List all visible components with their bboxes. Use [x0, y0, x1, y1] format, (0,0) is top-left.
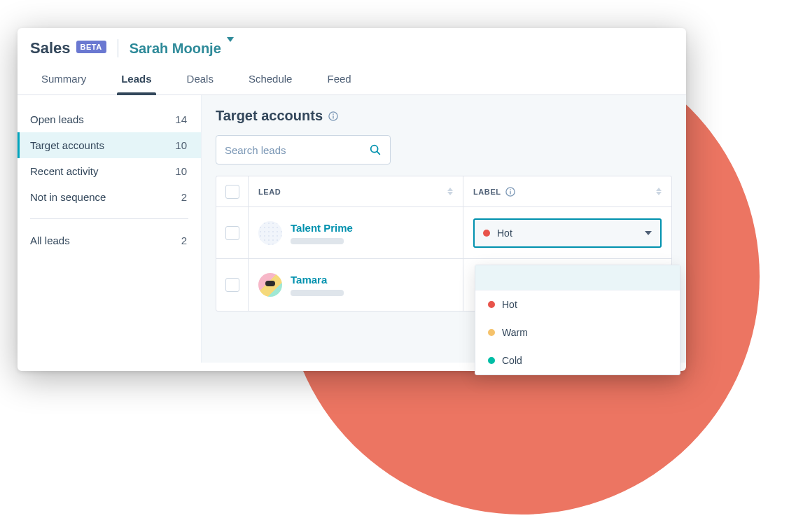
tab-leads[interactable]: Leads [118, 64, 154, 94]
dot-icon [488, 301, 495, 308]
main-title-text: Target accounts [216, 108, 323, 124]
column-lead-label: LEAD [258, 188, 281, 196]
lead-text: Tamara [291, 274, 344, 296]
svg-point-7 [510, 189, 511, 190]
lead-cell[interactable]: Tamara [249, 273, 463, 297]
dropdown-search[interactable] [475, 265, 680, 290]
label-selected: Hot [497, 227, 512, 239]
sidebar-item-count: 14 [175, 113, 187, 125]
app-window: Sales BETA Sarah Moonje Summary Leads De… [18, 28, 686, 371]
search-box[interactable] [216, 135, 391, 164]
table-row: Talent Prime Hot [216, 207, 671, 259]
tabs-bar: Summary Leads Deals Schedule Feed [18, 64, 686, 95]
search-icon [369, 144, 382, 156]
sidebar-item-target-accounts[interactable]: Target accounts 10 [18, 132, 201, 158]
sidebar-item-label: Target accounts [30, 139, 104, 151]
dot-icon [483, 230, 490, 237]
body: Open leads 14 Target accounts 10 Recent … [18, 95, 686, 363]
dropdown-option-label: Hot [502, 299, 517, 310]
sort-icon [656, 188, 662, 195]
info-icon [328, 111, 338, 121]
search-input[interactable] [225, 144, 351, 156]
svg-point-2 [333, 113, 334, 115]
avatar [258, 273, 282, 297]
sidebar-divider [30, 218, 188, 219]
dropdown-option-warm[interactable]: Warm [475, 318, 680, 346]
dot-icon [488, 329, 495, 336]
tab-schedule[interactable]: Schedule [246, 64, 295, 94]
lead-text: Talent Prime [291, 222, 353, 244]
row-checkbox[interactable] [225, 278, 239, 292]
leads-table: LEAD LABEL [216, 176, 672, 312]
chevron-down-icon [645, 231, 652, 235]
caret-down-icon [227, 42, 234, 55]
lead-subtext-placeholder [291, 290, 344, 296]
lead-cell[interactable]: Talent Prime [249, 221, 463, 245]
lead-name: Talent Prime [291, 222, 353, 234]
dropdown-option-hot[interactable]: Hot [475, 290, 680, 318]
sidebar-item-count: 2 [181, 191, 187, 203]
tab-summary[interactable]: Summary [39, 64, 89, 94]
row-checkbox-cell [216, 207, 249, 258]
user-selector[interactable]: Sarah Moonje [130, 41, 234, 57]
label-dropdown-panel: Hot Warm Cold [475, 265, 680, 375]
column-lead[interactable]: LEAD [249, 188, 463, 196]
sidebar-item-count: 10 [175, 139, 187, 151]
dropdown-option-label: Warm [502, 327, 528, 338]
label-cell: Hot Hot Warm [463, 207, 671, 258]
sidebar-item-label: All leads [30, 234, 70, 246]
svg-rect-6 [510, 191, 510, 194]
lead-name: Tamara [291, 274, 344, 286]
tab-feed[interactable]: Feed [324, 64, 354, 94]
dot-icon [488, 357, 495, 364]
sidebar-item-recent-activity[interactable]: Recent activity 10 [18, 158, 201, 184]
header-divider [118, 39, 118, 57]
avatar [258, 221, 282, 245]
select-all-checkbox[interactable] [225, 185, 239, 199]
user-name: Sarah Moonje [130, 41, 221, 57]
dropdown-option-cold[interactable]: Cold [475, 346, 680, 374]
main-title: Target accounts [216, 108, 672, 124]
lead-subtext-placeholder [291, 238, 344, 244]
svg-line-4 [377, 152, 380, 155]
table-header: LEAD LABEL [216, 176, 671, 207]
column-label-label: LABEL [473, 188, 501, 196]
header-checkbox-cell [216, 176, 249, 206]
sidebar-item-label: Not in sequence [30, 191, 106, 203]
info-icon [505, 187, 515, 197]
label-dropdown[interactable]: Hot [473, 218, 662, 248]
sidebar-item-all-leads[interactable]: All leads 2 [18, 227, 201, 253]
header-bar: Sales BETA Sarah Moonje [18, 28, 686, 64]
app-title: Sales [30, 39, 71, 57]
tab-deals[interactable]: Deals [184, 64, 216, 94]
dropdown-option-label: Cold [502, 355, 522, 366]
sidebar-item-label: Open leads [30, 113, 84, 125]
sort-icon [447, 188, 453, 195]
column-label[interactable]: LABEL [463, 176, 671, 206]
sidebar-item-label: Recent activity [30, 165, 99, 177]
sidebar-item-not-in-sequence[interactable]: Not in sequence 2 [18, 184, 201, 210]
sidebar-item-count: 2 [181, 234, 187, 246]
svg-rect-1 [333, 115, 333, 118]
beta-badge: BETA [76, 41, 106, 53]
main-panel: Target accounts LEAD [201, 95, 686, 363]
sidebar-item-count: 10 [175, 165, 187, 177]
sidebar-item-open-leads[interactable]: Open leads 14 [18, 106, 201, 132]
sidebar: Open leads 14 Target accounts 10 Recent … [18, 95, 201, 363]
row-checkbox-cell [216, 259, 249, 311]
row-checkbox[interactable] [225, 226, 239, 240]
